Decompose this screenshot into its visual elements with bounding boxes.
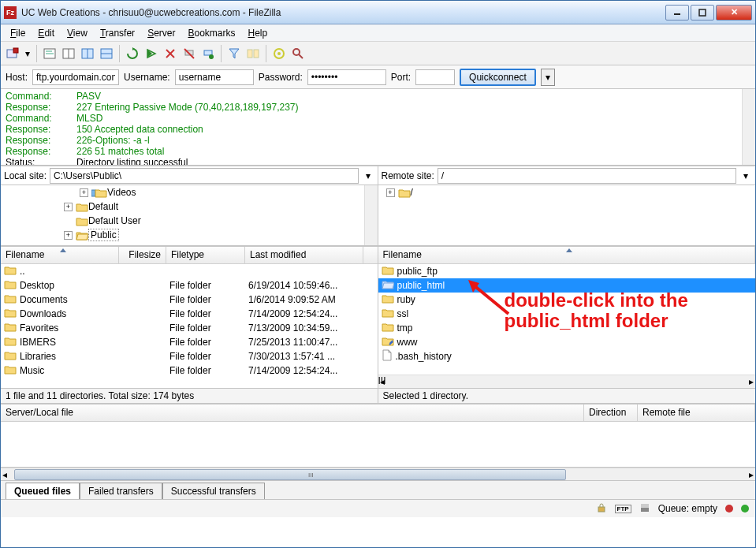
tree-item[interactable]: Default User: [1, 214, 378, 228]
list-item[interactable]: IBMERSFile folder7/25/2013 11:00:47...: [1, 335, 378, 349]
search-icon[interactable]: [289, 45, 307, 62]
list-item[interactable]: .bash_history: [378, 349, 756, 363]
menu-help[interactable]: Help: [242, 25, 274, 41]
toggle-queue-icon[interactable]: [98, 45, 115, 62]
list-item[interactable]: ssl: [378, 307, 756, 321]
queue-status: Queue: empty: [658, 503, 717, 514]
site-manager-icon[interactable]: [4, 45, 21, 62]
toolbar: ▾: [1, 42, 755, 65]
local-col-filesize[interactable]: Filesize: [119, 247, 166, 263]
transfer-queue[interactable]: Server/Local file Direction Remote file: [1, 404, 755, 468]
menu-view[interactable]: View: [61, 25, 94, 41]
transfer-mode-icon[interactable]: FTP: [615, 505, 631, 513]
sort-asc-icon: [60, 248, 66, 252]
cancel-icon[interactable]: [162, 45, 179, 62]
menu-file[interactable]: File: [4, 25, 32, 41]
list-item[interactable]: public_html: [378, 278, 756, 293]
quickconnect-dropdown-icon[interactable]: ▾: [541, 69, 555, 86]
port-input[interactable]: [415, 69, 455, 85]
svg-rect-21: [248, 50, 252, 58]
local-tree-scrollbar[interactable]: [364, 185, 378, 245]
tree-item[interactable]: +Public: [1, 228, 378, 242]
menu-server[interactable]: Server: [141, 25, 181, 41]
remote-site-input[interactable]: [438, 168, 736, 184]
remote-col-filename[interactable]: Filename: [378, 247, 756, 263]
quickconnect-bar: Host: Username: Password: Port: Quickcon…: [1, 65, 755, 89]
menu-edit[interactable]: Edit: [32, 25, 61, 41]
local-file-list[interactable]: FilenameFilesizeFiletypeLast modified ..…: [1, 247, 378, 388]
list-item[interactable]: ..: [1, 264, 378, 278]
username-input[interactable]: [175, 69, 254, 85]
local-col-filetype[interactable]: Filetype: [166, 247, 245, 263]
app-icon: Fz: [4, 6, 17, 19]
tab-queued-files[interactable]: Queued files: [6, 483, 80, 499]
site-manager-dropdown-icon[interactable]: ▾: [23, 45, 32, 62]
local-site-dropdown-icon[interactable]: ▾: [362, 170, 374, 181]
svg-line-26: [299, 54, 303, 58]
folder-icon: [382, 322, 394, 334]
menu-bookmarks[interactable]: Bookmarks: [181, 25, 241, 41]
list-item[interactable]: DocumentsFile folder1/6/2014 9:09:52 AM: [1, 293, 378, 307]
encryption-icon[interactable]: [596, 502, 607, 516]
queue-indicator-icon[interactable]: [639, 502, 650, 516]
window-titlebar: Fz UC Web Creations - chrisuu0@ucwebcrea…: [1, 1, 755, 24]
toggle-tree-icon[interactable]: [60, 45, 77, 62]
list-item[interactable]: ruby: [378, 293, 756, 307]
transfer-hscrollbar[interactable]: ◂ III ▸: [1, 468, 755, 481]
window-title: UC Web Creations - chrisuu0@ucwebcreatio…: [21, 7, 665, 18]
host-label: Host:: [6, 72, 28, 83]
host-input[interactable]: [32, 69, 119, 85]
tab-failed-transfers[interactable]: Failed transfers: [80, 483, 162, 499]
expand-icon[interactable]: +: [80, 188, 88, 197]
remote-list-hscrollbar[interactable]: ◂ ▸ III: [378, 375, 756, 388]
process-queue-icon[interactable]: [143, 45, 160, 62]
message-log[interactable]: Command:PASVResponse:227 Entering Passiv…: [1, 89, 755, 166]
quickconnect-button[interactable]: Quickconnect: [460, 69, 536, 86]
list-item[interactable]: www: [378, 335, 756, 349]
toggle-remote-tree-icon[interactable]: [79, 45, 96, 62]
log-scrollbar[interactable]: [742, 89, 755, 165]
folder-open-icon: [382, 279, 394, 292]
col-direction[interactable]: Direction: [584, 404, 638, 421]
reconnect-icon[interactable]: [199, 45, 217, 62]
folder-icon: [4, 364, 17, 377]
local-tree[interactable]: +Videos+DefaultDefault User+Public: [1, 185, 378, 245]
tree-item[interactable]: +/: [378, 185, 756, 199]
list-item[interactable]: LibrariesFile folder7/30/2013 1:57:41 ..…: [1, 349, 378, 363]
svg-rect-33: [641, 504, 649, 508]
col-remote-file[interactable]: Remote file: [638, 404, 755, 421]
activity-led-1-icon: [725, 505, 733, 513]
local-site-input[interactable]: [50, 168, 358, 184]
filter-icon[interactable]: [225, 45, 243, 62]
remote-tree[interactable]: +/: [378, 185, 756, 245]
toggle-log-icon[interactable]: [41, 45, 58, 62]
local-col-filename[interactable]: Filename: [1, 247, 119, 263]
close-button[interactable]: ✕: [716, 5, 752, 21]
menu-transfer[interactable]: Transfer: [94, 25, 141, 41]
disconnect-icon[interactable]: [181, 45, 198, 62]
expand-icon[interactable]: +: [386, 188, 395, 197]
list-item[interactable]: public_ftp: [378, 264, 756, 278]
tree-item[interactable]: +Videos: [1, 185, 378, 199]
list-item[interactable]: FavoritesFile folder7/13/2009 10:34:59..…: [1, 321, 378, 335]
list-item[interactable]: DesktopFile folder6/19/2014 10:59:46...: [1, 278, 378, 293]
sync-browse-icon[interactable]: [270, 45, 288, 62]
compare-icon[interactable]: [244, 45, 262, 62]
list-item[interactable]: tmp: [378, 321, 756, 335]
expand-icon[interactable]: +: [64, 231, 73, 240]
tree-item[interactable]: +Default: [1, 199, 378, 214]
col-server-local-file[interactable]: Server/Local file: [1, 404, 584, 421]
expand-icon[interactable]: +: [64, 203, 73, 211]
list-item[interactable]: MusicFile folder7/14/2009 12:54:24...: [1, 363, 378, 378]
list-item[interactable]: DownloadsFile folder7/14/2009 12:54:24..…: [1, 307, 378, 321]
refresh-icon[interactable]: [124, 45, 141, 62]
remote-status: Selected 1 directory.: [378, 389, 756, 403]
link-icon: [382, 336, 394, 349]
remote-file-list[interactable]: Filename public_ftppublic_htmlrubyssltmp…: [378, 247, 756, 388]
local-col-last-modified[interactable]: Last modified: [245, 247, 363, 263]
minimize-button[interactable]: [665, 5, 689, 21]
password-input[interactable]: [307, 69, 386, 85]
tab-successful-transfers[interactable]: Successful transfers: [162, 483, 265, 499]
maximize-button[interactable]: [691, 5, 714, 21]
remote-site-dropdown-icon[interactable]: ▾: [739, 170, 752, 181]
